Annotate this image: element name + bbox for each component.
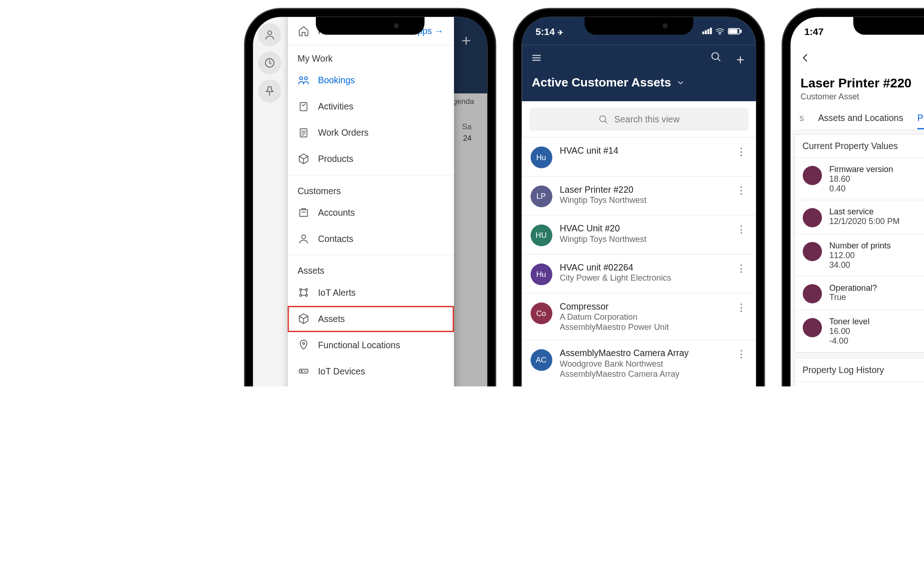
svg-rect-22 — [740, 30, 741, 32]
property-log-history-card: Property Log History⋯ Toner level 16.00 … — [794, 358, 924, 386]
nav-work-orders[interactable]: Work Orders — [287, 120, 453, 146]
profile-icon[interactable] — [258, 23, 281, 46]
hamburger-icon[interactable] — [530, 52, 542, 66]
property-delta: 34.00 — [829, 260, 891, 270]
asset-row[interactable]: LP Laser Printer #220 Wingtip Toys North… — [522, 177, 756, 216]
iot-devices-icon — [297, 365, 309, 377]
accounts-icon — [297, 207, 309, 219]
asset-row[interactable]: HU HVAC Unit #20 Wingtip Toys Northwest … — [522, 216, 756, 255]
asset-name: HVAC Unit #20 — [560, 224, 646, 234]
asset-sub: Wingtip Toys Northwest — [560, 234, 646, 244]
asset-name: HVAC unit #02264 — [560, 262, 671, 272]
property-row[interactable]: Toner level 16.00 -4.00 ⋮ — [795, 381, 924, 386]
record-subtitle: Customer Asset — [799, 91, 924, 107]
section-customers: Customers — [287, 178, 453, 200]
asset-row[interactable]: Hu HVAC unit #14 ⋮ — [522, 138, 756, 177]
search-glyph-icon — [598, 114, 608, 124]
property-row[interactable]: Number of prints 112.00 34.00 ⋮ — [795, 234, 924, 276]
property-row[interactable]: Toner level 16.00 -4.00 ⋮ — [795, 310, 924, 352]
row-more-icon[interactable]: ⋮ — [737, 184, 747, 196]
nav-assets[interactable]: Assets — [287, 306, 453, 332]
svg-point-0 — [268, 31, 272, 35]
asset-sub2: AssemblyMaestro Power Unit — [560, 322, 669, 332]
assets-icon — [297, 313, 309, 324]
add-icon[interactable]: ＋ — [734, 51, 747, 68]
nav-iot-alerts[interactable]: IoT Alerts — [287, 280, 453, 306]
svg-rect-23 — [729, 29, 737, 33]
asset-name: Laser Printer #220 — [560, 184, 646, 195]
property-dot — [802, 284, 822, 304]
phone-asset-list: 5:14 ✈︎ ＋ Active Customer Assets — [514, 9, 763, 386]
back-icon[interactable] — [799, 52, 811, 66]
property-delta: -4.00 — [829, 336, 869, 345]
asset-list[interactable]: Hu HVAC unit #14 ⋮LP Laser Printer #220 … — [522, 138, 756, 386]
card-title: Current Property Values — [802, 141, 898, 151]
svg-point-16 — [302, 343, 304, 345]
asset-sub: Woodgrove Bank Northwest — [560, 359, 689, 368]
svg-rect-8 — [300, 103, 307, 111]
asset-name: Compressor — [560, 301, 669, 311]
asset-row[interactable]: AC AssemblyMaestro Camera Array Woodgrov… — [522, 340, 756, 386]
svg-point-18 — [301, 370, 302, 372]
tab-assets-locations[interactable]: Assets and Locations — [818, 106, 903, 129]
section-my-work: My Work — [287, 46, 453, 67]
avatar: Hu — [530, 147, 552, 168]
nav-contacts[interactable]: Contacts — [287, 226, 453, 252]
card-title: Property Log History — [802, 365, 884, 375]
asset-sub2: AssemblyMaestro Camera Array — [560, 369, 689, 379]
svg-rect-10 — [299, 210, 307, 217]
tab-cut[interactable]: ers — [799, 106, 804, 129]
property-value: True — [829, 293, 877, 302]
search-icon[interactable] — [709, 51, 721, 68]
row-more-icon[interactable]: ⋮ — [737, 348, 747, 360]
bookings-icon — [297, 75, 309, 86]
asset-sub: Wingtip Toys Northwest — [560, 195, 646, 205]
property-row[interactable]: Last service 12/1/2020 5:00 PM ⋮ — [795, 200, 924, 234]
chevron-down-icon — [676, 78, 685, 87]
row-more-icon[interactable]: ⋮ — [737, 301, 747, 313]
navigation-drawer: Home Apps → My Work Bookings Activities … — [287, 17, 453, 386]
row-more-icon[interactable]: ⋮ — [737, 224, 747, 236]
property-value: 16.00 — [829, 326, 869, 336]
avatar: Co — [530, 303, 552, 324]
property-value: 112.00 — [829, 250, 891, 260]
nav-bookings[interactable]: Bookings — [287, 67, 453, 93]
view-title-dropdown[interactable]: Active Customer Assets — [530, 73, 747, 95]
recent-icon[interactable] — [258, 52, 281, 75]
asset-sub: A Datum Corporation — [560, 312, 669, 322]
nav-iot-devices[interactable]: IoT Devices — [287, 358, 453, 385]
property-dot — [802, 166, 822, 185]
svg-point-7 — [304, 77, 307, 80]
property-row[interactable]: Operational? True ⋮ — [795, 276, 924, 310]
property-name: Toner level — [829, 317, 869, 327]
avatar: HU — [530, 224, 552, 246]
tab-properties[interactable]: Properties — [917, 106, 924, 129]
contacts-icon — [297, 233, 309, 245]
nav-accounts[interactable]: Accounts — [287, 200, 453, 226]
phone-navigation-drawer: ＋ genda Sa 24 ⋯ More — [245, 9, 494, 386]
property-name: Last service — [829, 207, 900, 217]
row-more-icon[interactable]: ⋮ — [737, 262, 747, 274]
asset-row[interactable]: Co Compressor A Datum Corporation Assemb… — [522, 294, 756, 340]
pin-icon[interactable] — [258, 80, 281, 103]
nav-functional-locations[interactable]: Functional Locations — [287, 332, 453, 358]
home-icon — [297, 25, 309, 37]
record-title: Laser Printer #220 — [799, 73, 924, 91]
svg-point-20 — [719, 33, 720, 34]
nav-activities[interactable]: Activities — [287, 93, 453, 120]
svg-point-11 — [302, 235, 305, 239]
asset-name: AssemblyMaestro Camera Array — [560, 348, 689, 358]
current-property-values-card: Current Property Values⋯ Firmware versio… — [794, 134, 924, 352]
svg-point-6 — [299, 77, 302, 80]
property-dot — [802, 318, 822, 337]
property-name: Firmware version — [829, 165, 893, 174]
avatar: LP — [530, 186, 552, 207]
asset-row[interactable]: Hu HVAC unit #02264 City Power & Light E… — [522, 255, 756, 294]
property-row[interactable]: Firmware version 18.60 0.40 ⋮ — [795, 157, 924, 200]
property-delta: 0.40 — [829, 184, 893, 193]
row-more-icon[interactable]: ⋮ — [737, 145, 747, 157]
search-input[interactable]: Search this view — [529, 108, 748, 131]
phone-asset-detail: 1:47 LTE ＋ Laser Printer #220 Customer A… — [783, 9, 924, 386]
products-icon — [297, 153, 309, 165]
nav-products[interactable]: Products — [287, 146, 453, 172]
